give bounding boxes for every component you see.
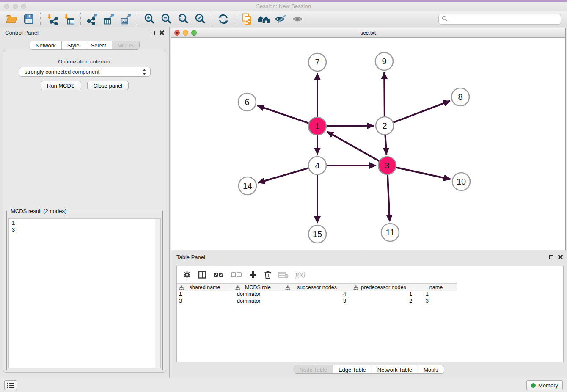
open-session-button[interactable] (3, 12, 20, 26)
search-input[interactable] (448, 15, 558, 22)
close-panel-button[interactable]: Close panel (87, 81, 129, 90)
tab-edge-table[interactable]: Edge Table (333, 365, 372, 373)
criterion-dropdown[interactable]: strongly connected component (19, 67, 151, 77)
save-icon (23, 13, 35, 25)
search-field[interactable] (438, 14, 561, 25)
table-cell[interactable]: 1 (177, 291, 233, 298)
toolbar-separator (212, 13, 212, 25)
graph-node-label: 4 (315, 161, 319, 170)
column-header-predecessor-nodes[interactable]: predecessor nodes (351, 284, 416, 291)
table-cell[interactable]: 3 (416, 298, 456, 305)
table-cell[interactable]: 3 (283, 298, 351, 305)
home-button[interactable] (255, 12, 272, 26)
tab-select[interactable]: Select (85, 41, 112, 49)
float-panel-icon[interactable] (151, 31, 155, 35)
graph-node-label: 15 (313, 229, 322, 239)
network-maximize-button[interactable] (191, 30, 197, 36)
graph-edge-1-6[interactable] (258, 105, 309, 123)
houses-icon (256, 13, 271, 25)
graph-node-label: 14 (243, 181, 252, 190)
eye-slash-icon (274, 14, 287, 25)
zoom-in-button[interactable] (141, 12, 158, 26)
mcds-result-title: MCDS result (2 nodes) (9, 208, 68, 214)
zoom-out-button[interactable] (158, 12, 175, 26)
export-network-icon (86, 13, 99, 25)
refresh-icon (217, 13, 229, 25)
duplicate-network-button[interactable] (238, 12, 255, 26)
toolbar-separator (40, 13, 41, 25)
network-minimize-button[interactable] (183, 30, 188, 36)
memory-status-icon (531, 383, 536, 388)
eye-icon (291, 14, 304, 24)
refresh-layout-button[interactable] (215, 12, 232, 26)
graph-node-label: 2 (382, 121, 387, 130)
column-header-shared-name[interactable]: shared name (177, 284, 233, 291)
criterion-value: strongly connected component (25, 69, 99, 75)
tab-mcds[interactable]: MCDS (112, 41, 139, 49)
tab-network-table[interactable]: Network Table (372, 365, 418, 373)
settings-gear-icon[interactable] (183, 271, 191, 279)
column-label: predecessor nodes (361, 284, 406, 290)
graph-edge-2-8[interactable] (393, 101, 450, 122)
network-close-button[interactable] (174, 30, 180, 36)
table-cell[interactable]: 1 (351, 291, 416, 298)
hierarchy-icon (353, 285, 358, 290)
float-table-panel-icon[interactable] (549, 255, 553, 259)
toolbar-separator (235, 13, 235, 25)
mcds-result-list[interactable]: 1 3 (8, 218, 161, 368)
table-cell[interactable]: dominator (233, 298, 283, 305)
table-cell[interactable]: 2 (351, 298, 416, 305)
status-bar: Memory (0, 378, 567, 392)
import-network-button[interactable] (44, 12, 61, 26)
splitter-handle[interactable] (362, 249, 369, 250)
add-column-icon[interactable] (249, 271, 257, 279)
mcds-result-group: MCDS result (2 nodes) 1 3 (6, 208, 163, 370)
graph-node-label: 3 (385, 161, 389, 170)
tab-network[interactable]: Network (30, 41, 61, 49)
network-graph[interactable]: 7968124314101511 (171, 38, 565, 250)
column-label: successor nodes (297, 284, 337, 290)
hierarchy-icon (285, 285, 290, 290)
table-cell[interactable]: 4 (283, 291, 351, 298)
trash-icon[interactable] (264, 271, 272, 279)
result-scrollbar[interactable] (155, 219, 160, 368)
run-mcds-button[interactable]: Run MCDS (41, 81, 81, 90)
graph-edge-3-1[interactable] (327, 132, 380, 161)
close-panel-icon[interactable] (160, 30, 164, 35)
graph-edge-4-14[interactable] (258, 168, 309, 183)
graph-edge-3-11[interactable] (388, 174, 390, 221)
control-panel-tabs: Network Style Select MCDS (30, 41, 140, 50)
graph-edge-1-2[interactable] (326, 126, 374, 126)
table-cell[interactable]: 1 (416, 291, 456, 298)
column-header-MCDS-role[interactable]: MCDS role (233, 284, 283, 291)
tab-motifs[interactable]: Motifs (418, 365, 444, 373)
table-cell[interactable]: dominator (233, 291, 283, 298)
graph-edge-2-3[interactable] (385, 135, 386, 155)
graph-edge-3-10[interactable] (396, 167, 451, 179)
graph-edge-2-9[interactable] (384, 72, 385, 117)
split-view-icon[interactable] (198, 271, 206, 279)
hide-panel-button[interactable] (272, 12, 289, 26)
zoom-selected-button[interactable] (192, 12, 209, 26)
export-image-button[interactable] (118, 12, 135, 26)
select-all-icon[interactable] (213, 271, 224, 278)
save-session-button[interactable] (20, 12, 37, 26)
tab-style[interactable]: Style (61, 41, 85, 49)
export-network-button[interactable] (84, 12, 101, 26)
import-table-button[interactable] (61, 12, 77, 26)
show-panel-button[interactable] (289, 12, 306, 26)
deselect-all-icon[interactable] (231, 271, 242, 278)
zoom-fit-button[interactable] (175, 12, 192, 26)
result-line: 1 (12, 220, 160, 226)
task-list-button[interactable] (4, 380, 17, 390)
tab-node-table[interactable]: Node Table (294, 365, 333, 373)
table-row[interactable]: 1dominator411 (177, 291, 563, 298)
main-toolbar (0, 11, 567, 27)
column-header-name[interactable]: name (416, 284, 456, 291)
memory-button[interactable]: Memory (526, 380, 563, 390)
column-header-successor-nodes[interactable]: successor nodes (283, 284, 351, 291)
close-table-panel-icon[interactable] (558, 255, 563, 259)
table-cell[interactable]: 3 (177, 298, 233, 305)
table-row[interactable]: 3dominator323 (177, 298, 563, 305)
export-table-button[interactable] (101, 12, 118, 26)
